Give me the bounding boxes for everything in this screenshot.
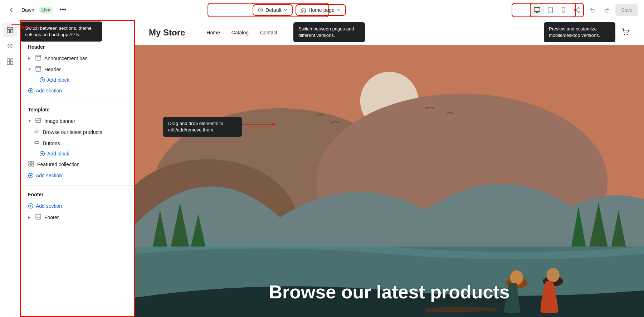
svg-rect-19 [36,66,41,71]
svg-rect-26 [29,161,31,163]
announcement-bar-item[interactable]: ▶ Announcement bar [21,53,134,64]
nav-contact[interactable]: Contact [260,30,277,35]
redo-button[interactable] [601,4,613,16]
header-label: Header [44,67,61,72]
svg-point-13 [9,45,11,47]
template-section-group: Template ▼ Image banner Browse our lates… [21,101,134,186]
buttons-item[interactable]: Buttons [21,138,134,149]
store-nav: My Store Home Catalog Contact [135,20,644,45]
nav-home[interactable]: Home [206,30,220,35]
share-preview-button[interactable] [570,4,583,16]
svg-point-35 [627,34,628,35]
buttons-icon [34,140,40,147]
layout-icon [35,55,42,62]
svg-rect-10 [7,27,13,29]
svg-point-33 [609,29,614,34]
top-bar-left: Dawn Live ••• Switch between sections, t… [6,4,69,16]
nav-catalog[interactable]: Catalog [231,30,249,35]
footer-item[interactable]: ▶ Footer [21,212,134,223]
cart-icon[interactable] [622,28,630,37]
svg-rect-15 [10,59,13,61]
svg-point-23 [39,119,40,120]
add-section-button-template[interactable]: Add section [21,170,134,181]
footer-label: Footer [44,215,59,220]
header-layout-icon [35,66,42,73]
svg-point-7 [578,8,579,9]
hero-title: Browse our latest products [269,281,509,303]
template-group-label: Template [21,105,134,115]
grid-icon [28,161,34,168]
top-bar: Dawn Live ••• Switch between sections, t… [0,0,644,20]
svg-rect-27 [31,161,34,163]
text-icon [34,129,40,135]
store-logo: My Store [149,28,185,38]
more-options-button[interactable]: ••• [57,4,69,16]
add-section-button-footer[interactable]: Add section [21,200,134,212]
search-icon[interactable] [608,28,616,37]
chevron-down-icon-2: ▼ [28,119,32,123]
image-banner-label: Image banner [44,118,75,124]
add-section-button-header[interactable]: Add section [21,85,134,96]
svg-rect-24 [35,141,39,144]
panel-header: Home page [21,20,134,38]
svg-point-8 [574,9,576,11]
svg-point-9 [578,11,579,13]
panel-title: Home page [28,26,127,32]
svg-rect-2 [534,8,540,11]
undo-button[interactable] [587,4,598,16]
save-button[interactable]: Save [615,4,638,16]
svg-rect-14 [7,59,10,61]
left-panel: Home page Header ▶ Announcement bar ▼ He… [20,20,135,317]
footer-layout-icon [35,214,42,221]
browse-products-item[interactable]: Browse our latest products [21,126,134,138]
featured-collection-item[interactable]: Featured collection [21,159,134,170]
svg-rect-32 [36,214,41,219]
svg-rect-12 [10,30,13,33]
tablet-preview-button[interactable] [544,4,557,16]
header-group-label: Header [21,43,134,53]
add-block-button-template[interactable]: Add block [21,149,134,159]
sections-sidebar-button[interactable] [3,23,17,37]
chevron-down-icon: ▼ [28,67,32,71]
footer-section-group: Footer Add section ▶ Footer [21,186,134,227]
homepage-label: Home page [308,7,334,13]
live-badge: Live [39,6,53,14]
chevron-right-icon: ▶ [28,56,32,60]
preview-area: My Store Home Catalog Contact [135,20,644,317]
featured-collection-label: Featured collection [37,162,79,167]
svg-point-4 [550,11,551,12]
buttons-label: Buttons [43,140,60,146]
hero-image-banner: Drag and drop elements to edit/add/remov… [135,45,644,317]
footer-group-label: Footer [21,190,134,200]
mobile-preview-button[interactable] [557,4,570,16]
store-nav-links: Home Catalog Contact [206,30,277,35]
image-banner-icon [35,117,42,124]
top-bar-center: Default Home page Switch between pages a… [253,4,346,16]
desktop-preview-button[interactable] [531,4,543,16]
announcement-bar-label: Announcement bar [44,56,87,61]
svg-point-43 [510,270,523,285]
default-label: Default [265,7,281,13]
header-section-group: Header ▶ Announcement bar ▼ Header Add b… [21,38,134,101]
theme-name: Dawn [21,7,34,13]
top-bar-right: Preview and customize mobile/desktop ver… [530,3,638,17]
homepage-dropdown[interactable]: Home page [296,4,346,16]
main-content: Home page Header ▶ Announcement bar ▼ He… [0,20,644,317]
theme-settings-sidebar-button[interactable] [3,39,17,53]
chevron-right-icon-footer: ▶ [28,215,32,219]
header-item[interactable]: ▼ Header [21,64,134,75]
default-dropdown[interactable]: Default [253,4,293,16]
svg-rect-17 [10,62,13,64]
hero-text-area: Browse our latest products [269,281,509,317]
apps-sidebar-button[interactable] [3,54,17,69]
svg-point-34 [624,34,625,35]
svg-rect-16 [7,62,10,64]
svg-rect-18 [36,55,41,60]
svg-point-45 [546,268,560,283]
svg-rect-29 [31,164,34,166]
add-block-button-header[interactable]: Add block [21,75,134,85]
svg-point-6 [563,11,564,12]
image-banner-item[interactable]: ▼ Image banner [21,115,134,126]
browse-products-label: Browse our latest products [43,129,102,135]
back-button[interactable] [6,4,17,16]
